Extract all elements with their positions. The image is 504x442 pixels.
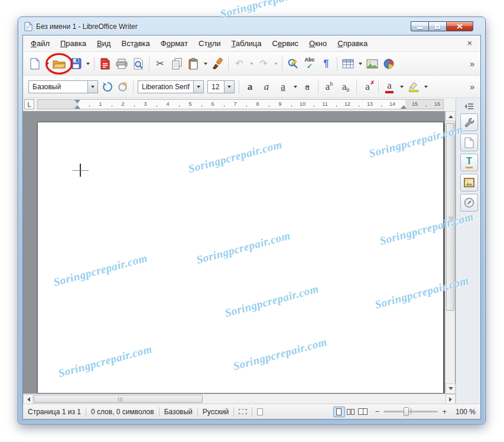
multi-page-icon [347,409,355,415]
status-word-count[interactable]: 0 слов, 0 символов [91,408,154,416]
paragraph-style-combobox[interactable]: Базовый [28,80,98,93]
scroll-down-button[interactable] [446,384,456,394]
font-color-dropdown[interactable] [398,79,405,95]
menu-item-window[interactable]: Окно [304,37,332,50]
save-button[interactable] [67,56,84,72]
sidebar-navigator-button[interactable] [460,194,478,212]
right-indent-marker[interactable] [401,102,407,109]
maximize-button[interactable] [428,21,446,31]
formatting-toolbar-overflow-button[interactable]: » [467,82,477,92]
clear-formatting-button[interactable]: а ✗ [359,79,376,95]
sidebar-gallery-button[interactable] [460,174,478,191]
vertical-scrollbar[interactable] [445,111,455,394]
sidebar-styles-button[interactable]: T [460,154,478,171]
clone-formatting-button[interactable] [209,56,226,72]
underline-dropdown[interactable] [291,79,299,95]
horizontal-ruler[interactable]: 12345678910111213141516 [37,99,444,109]
sidebar-properties-button[interactable] [460,113,478,131]
bold-button[interactable]: а [242,79,258,95]
copy-button[interactable] [168,56,185,72]
new-document-dropdown[interactable] [43,56,51,72]
horizontal-scrollbar-thumb[interactable] [34,395,203,403]
horizontal-scrollbar[interactable] [23,394,456,404]
sidebar-settings-button[interactable] [464,102,474,112]
close-document-button[interactable]: × [464,38,476,48]
font-size-combobox[interactable]: 12 [207,80,235,93]
undo-dropdown[interactable] [248,56,255,72]
insert-image-button[interactable] [364,56,381,72]
close-button[interactable] [446,21,473,31]
sidebar-page-button[interactable] [460,134,478,151]
font-name-dropdown[interactable] [193,81,203,93]
menu-item-format[interactable]: Формат [155,37,193,50]
zoom-slider[interactable] [383,411,438,412]
paragraph-style-dropdown[interactable] [87,81,97,93]
font-size-dropdown[interactable] [224,81,234,93]
highlight-color-dropdown[interactable] [422,79,430,95]
menu-item-tools[interactable]: Сервис [267,37,304,50]
find-replace-button[interactable] [285,56,301,72]
scroll-right-button[interactable] [446,394,456,404]
document-modified-icon[interactable] [257,408,263,415]
open-button[interactable] [51,56,67,72]
menu-item-help[interactable]: Справка [332,37,373,50]
standard-toolbar-overflow-button[interactable]: » [467,59,477,69]
zoom-in-button[interactable]: + [439,407,450,416]
font-color-button[interactable]: а [381,79,398,95]
spelling-button[interactable]: Abc ✓ [301,56,318,72]
paste-button[interactable] [185,56,201,72]
zoom-out-button[interactable]: − [372,407,383,416]
minimize-button[interactable] [411,21,428,31]
styles-icon: T [466,157,473,168]
formatting-marks-button[interactable]: ¶ [318,56,334,72]
document-page[interactable] [37,122,444,394]
menu-item-file[interactable]: Файл [25,37,55,50]
italic-button[interactable]: а [258,79,275,95]
subscript-button[interactable]: аb [337,79,354,95]
menu-item-insert[interactable]: Вставка [116,37,155,50]
vertical-scrollbar-thumb[interactable] [446,123,454,311]
zoom-slider-thumb[interactable] [404,407,409,416]
insert-chart-button[interactable] [381,56,397,72]
new-style-button[interactable] [115,79,131,95]
selection-mode-icon[interactable] [239,409,247,414]
insert-table-button[interactable] [340,56,356,72]
highlight-color-button[interactable] [405,79,422,95]
redo-button[interactable]: ↷ [255,56,272,72]
undo-button[interactable]: ↶ [231,56,248,72]
paste-dropdown[interactable] [201,56,209,72]
status-page-style[interactable]: Базовый [164,408,193,416]
new-style-icon [118,82,128,92]
document-area[interactable] [23,111,456,394]
scroll-left-button[interactable] [23,394,33,404]
zoom-value[interactable]: 100 % [450,408,476,416]
titlebar[interactable]: Без имени 1 - LibreOffice Writer [18,17,485,35]
tab-stop-selector[interactable]: L [24,99,34,109]
menu-item-styles[interactable]: Стили [193,37,226,50]
update-style-button[interactable] [100,79,115,95]
strikethrough-button[interactable]: а [299,79,316,95]
view-multi-page-button[interactable] [345,407,357,417]
underline-button[interactable]: а [275,79,291,95]
view-single-page-button[interactable] [333,407,345,417]
libreoffice-writer-window: Без имени 1 - LibreOffice Writer ФайлПра… [18,17,486,424]
scroll-up-button[interactable] [446,111,456,121]
menu-item-table[interactable]: Таблица [226,37,267,50]
save-dropdown[interactable] [84,56,92,72]
menu-item-edit[interactable]: Правка [55,37,92,50]
status-language[interactable]: Русский [203,408,229,416]
superscript-button[interactable]: аb [321,79,337,95]
font-name-combobox[interactable]: Liberation Serif [138,80,204,93]
left-indent-marker[interactable] [74,102,80,109]
status-page-count[interactable]: Страница 1 из 1 [28,408,81,416]
menu-item-view[interactable]: Вид [92,37,116,50]
print-preview-button[interactable] [130,56,147,72]
bold-icon: а [248,82,253,92]
view-book-button[interactable] [357,407,369,417]
new-document-button[interactable] [27,56,43,72]
cut-button[interactable]: ✂ [152,56,168,72]
insert-table-dropdown[interactable] [356,56,364,72]
export-pdf-button[interactable] [97,56,113,72]
print-button[interactable] [113,56,130,72]
redo-dropdown[interactable] [272,56,279,72]
